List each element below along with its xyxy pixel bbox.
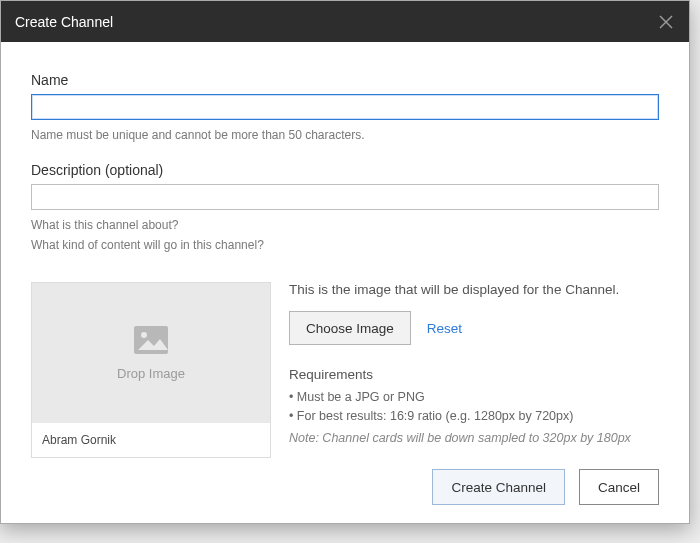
dialog-footer: Create Channel Cancel <box>432 469 659 505</box>
cancel-button[interactable]: Cancel <box>579 469 659 505</box>
dialog-body: Name Name must be unique and cannot be m… <box>1 42 689 476</box>
image-section: Drop Image Abram Gornik This is the imag… <box>31 282 659 458</box>
image-info: This is the image that will be displayed… <box>289 282 659 458</box>
card-owner: Abram Gornik <box>32 423 270 457</box>
close-button[interactable] <box>657 13 675 31</box>
drop-label: Drop Image <box>117 366 185 381</box>
description-hint-1: What is this channel about? <box>31 216 659 234</box>
create-channel-button[interactable]: Create Channel <box>432 469 565 505</box>
image-card: Drop Image Abram Gornik <box>31 282 271 458</box>
choose-image-button[interactable]: Choose Image <box>289 311 411 345</box>
reset-link[interactable]: Reset <box>427 321 462 336</box>
close-icon <box>659 15 673 29</box>
dialog-titlebar: Create Channel <box>1 1 689 42</box>
create-channel-dialog: Create Channel Name Name must be unique … <box>0 0 690 524</box>
requirement-1: Must be a JPG or PNG <box>289 388 659 407</box>
name-input[interactable] <box>31 94 659 120</box>
name-hint: Name must be unique and cannot be more t… <box>31 126 659 144</box>
description-label: Description (optional) <box>31 162 659 178</box>
image-lead: This is the image that will be displayed… <box>289 282 659 297</box>
svg-point-3 <box>141 332 147 338</box>
requirement-2: For best results: 16:9 ratio (e.g. 1280p… <box>289 407 659 426</box>
requirements-note: Note: Channel cards will be down sampled… <box>289 431 659 445</box>
requirements-title: Requirements <box>289 367 659 382</box>
name-label: Name <box>31 72 659 88</box>
description-input[interactable] <box>31 184 659 210</box>
description-hint-2: What kind of content will go in this cha… <box>31 236 659 254</box>
image-drop-area[interactable]: Drop Image <box>32 283 270 423</box>
image-placeholder-icon <box>134 326 168 354</box>
dialog-title: Create Channel <box>15 14 657 30</box>
